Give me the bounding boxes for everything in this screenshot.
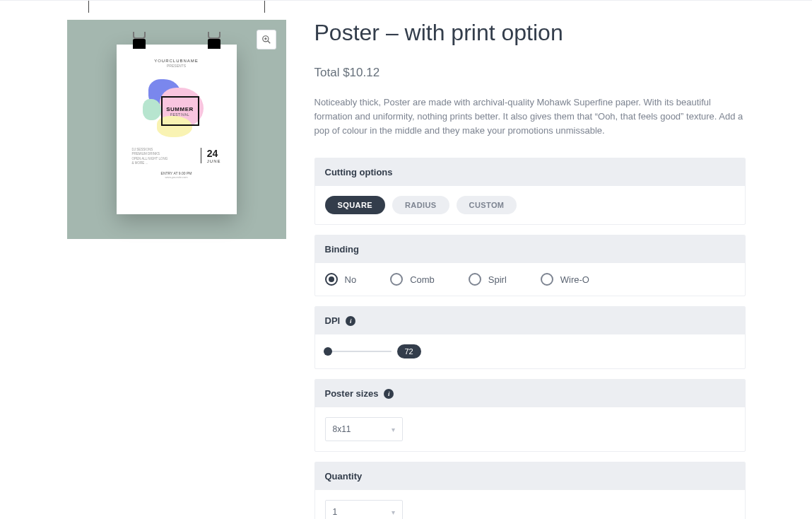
poster-art-title: SUMMER [166, 106, 194, 112]
info-icon[interactable]: i [384, 389, 394, 399]
dpi-heading: DPI [325, 315, 341, 326]
binding-label-wireo: Wire-O [560, 274, 589, 285]
cutting-option-custom[interactable]: CUSTOM [457, 196, 517, 214]
binding-label-no: No [345, 274, 357, 285]
dpi-value-badge: 72 [397, 344, 421, 358]
poster-meta: DJ SESSIONS PREMIUM DRINKS OPEN ALL NIGH… [132, 148, 168, 165]
zoom-button[interactable] [257, 30, 276, 49]
dpi-section: DPI i 72 [314, 306, 746, 369]
binding-radio-comb[interactable]: Comb [390, 273, 435, 286]
sizes-section: Poster sizes i 8x11 ▾ [314, 379, 746, 452]
magnifier-plus-icon [261, 35, 271, 45]
quantity-select[interactable]: 1 ▾ [325, 500, 403, 519]
size-selected-value: 8x11 [333, 424, 351, 434]
size-select[interactable]: 8x11 ▾ [325, 417, 403, 441]
cutting-heading: Cutting options [315, 158, 745, 186]
quantity-heading: Quantity [315, 462, 745, 490]
quantity-section: Quantity 1 ▾ [314, 462, 746, 519]
poster-site: www.yoursite.com [129, 175, 224, 179]
quantity-selected-value: 1 [333, 507, 338, 517]
binding-heading: Binding [315, 235, 745, 263]
total-price: Total $10.12 [314, 66, 746, 80]
binding-label-spirl: Spirl [488, 274, 507, 285]
poster-date-month: JUNE [207, 159, 221, 163]
binding-radio-no[interactable]: No [325, 273, 357, 286]
info-icon[interactable]: i [346, 316, 355, 326]
poster-date-number: 24 [207, 148, 221, 159]
product-description: Noticeably thick, Poster are made with a… [314, 95, 746, 138]
poster-art-sub: FESTIVAL [170, 112, 189, 117]
sizes-heading: Poster sizes [325, 388, 379, 399]
chevron-down-icon: ▾ [392, 508, 395, 516]
cutting-option-radius[interactable]: RADIUS [392, 196, 449, 214]
cutting-section: Cutting options SQUARE RADIUS CUSTOM [314, 158, 746, 225]
binding-section: Binding No Comb Spirl [314, 235, 746, 296]
dpi-slider-thumb[interactable] [324, 347, 332, 356]
poster-clubname: YOURCLUBNAME [129, 59, 224, 63]
poster-presents: PRESENTS [129, 64, 224, 68]
product-image: YOURCLUBNAME PRESENTS SUMMER FESTIVAL DJ… [67, 20, 286, 239]
binding-label-comb: Comb [410, 274, 435, 285]
chevron-down-icon: ▾ [392, 426, 395, 433]
dpi-slider[interactable] [325, 351, 392, 352]
page-title: Poster – with print option [314, 20, 746, 46]
binding-radio-spirl[interactable]: Spirl [469, 273, 507, 286]
binding-radio-wireo[interactable]: Wire-O [541, 273, 589, 286]
cutting-option-square[interactable]: SQUARE [325, 196, 385, 214]
poster-preview: YOURCLUBNAME PRESENTS SUMMER FESTIVAL DJ… [117, 45, 237, 214]
svg-line-1 [267, 41, 270, 44]
